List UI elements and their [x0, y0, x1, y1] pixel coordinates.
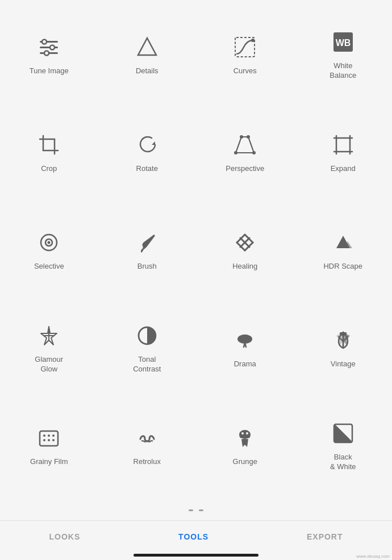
home-indicator-area	[0, 549, 392, 560]
tool-rotate[interactable]: Rotate	[98, 103, 197, 201]
svg-point-33	[48, 241, 51, 244]
svg-point-58	[43, 439, 45, 441]
perspective-icon	[231, 131, 258, 158]
tool-glamour-glow[interactable]: GlamourGlow	[0, 299, 98, 397]
crop-label: Crop	[41, 164, 57, 174]
vintage-icon	[330, 327, 357, 354]
crop-icon	[35, 131, 62, 158]
glamour-glow-icon	[35, 322, 62, 349]
svg-point-21	[247, 135, 250, 139]
svg-point-20	[240, 135, 243, 139]
svg-point-48	[237, 335, 252, 344]
tool-white-balance[interactable]: WB WhiteBalance	[294, 6, 393, 103]
black-white-icon	[330, 420, 357, 447]
black-white-label: Black& White	[330, 453, 356, 472]
rotate-label: Rotate	[136, 164, 158, 174]
hdr-scape-label: HDR Scape	[323, 262, 362, 271]
svg-point-18	[234, 151, 237, 154]
svg-marker-6	[138, 38, 156, 55]
svg-point-61	[241, 432, 244, 434]
svg-text:WB: WB	[335, 38, 351, 48]
tool-drama[interactable]: Drama	[196, 299, 294, 397]
tool-crop[interactable]: Crop	[0, 103, 98, 201]
svg-point-19	[252, 151, 256, 154]
tonal-contrast-label: TonalContrast	[133, 355, 161, 374]
pagination	[0, 500, 392, 520]
tool-healing[interactable]: Healing	[196, 201, 294, 299]
selective-icon	[35, 229, 62, 256]
svg-point-4	[50, 45, 55, 49]
svg-point-3	[42, 39, 47, 44]
dot-2	[199, 509, 203, 511]
tools-grid: Tune Image Details Curves WB WhiteBalanc…	[0, 0, 392, 500]
grainy-film-icon	[35, 424, 62, 452]
tool-tonal-contrast[interactable]: TonalContrast	[98, 299, 197, 397]
retrolux-icon	[134, 424, 161, 452]
tonal-contrast-icon	[134, 322, 161, 349]
svg-point-53	[341, 333, 345, 336]
tool-selective[interactable]: Selective	[0, 201, 98, 299]
healing-label: Healing	[232, 262, 257, 271]
vintage-label: Vintage	[331, 360, 356, 369]
tool-vintage[interactable]: Vintage	[294, 299, 393, 397]
tool-perspective[interactable]: Perspective	[196, 103, 294, 201]
svg-point-5	[44, 51, 49, 55]
svg-point-57	[52, 434, 55, 437]
brush-icon	[134, 229, 161, 256]
svg-rect-15	[43, 139, 55, 151]
bottom-navigation: LOOKS TOOLS EXPORT	[0, 520, 392, 549]
selective-label: Selective	[34, 262, 64, 271]
drama-label: Drama	[234, 360, 256, 369]
curves-icon	[231, 34, 258, 61]
tool-retrolux[interactable]: Retrolux	[98, 397, 197, 495]
svg-rect-54	[40, 431, 58, 446]
tool-grainy-film[interactable]: Grainy Film	[0, 397, 98, 495]
tool-curves[interactable]: Curves	[196, 6, 294, 103]
tune-image-icon	[35, 34, 62, 61]
details-label: Details	[136, 66, 159, 76]
tool-tune-image[interactable]: Tune Image	[0, 6, 98, 103]
tool-hdr-scape[interactable]: HDR Scape	[294, 201, 393, 299]
svg-point-55	[43, 434, 45, 437]
tune-image-label: Tune Image	[30, 66, 69, 76]
expand-label: Expand	[331, 164, 356, 174]
svg-point-8	[251, 39, 255, 42]
nav-export[interactable]: EXPORT	[295, 530, 355, 544]
hdr-scape-icon	[330, 229, 357, 256]
svg-rect-22	[336, 138, 350, 152]
svg-marker-17	[236, 137, 254, 153]
details-icon	[134, 34, 161, 61]
svg-point-62	[246, 432, 248, 434]
svg-point-56	[48, 434, 50, 437]
watermark: www.deuaq.com	[356, 554, 390, 559]
tool-grunge[interactable]: Grunge	[196, 397, 294, 495]
tool-black-white[interactable]: Black& White	[294, 397, 393, 495]
home-bar	[134, 554, 258, 557]
tool-expand[interactable]: Expand	[294, 103, 393, 201]
expand-icon	[330, 131, 357, 158]
dot-1	[189, 509, 193, 511]
retrolux-label: Retrolux	[134, 457, 161, 467]
svg-point-59	[48, 439, 50, 441]
white-balance-icon: WB	[330, 28, 357, 56]
grunge-icon	[231, 424, 258, 452]
curves-label: Curves	[233, 66, 257, 76]
rotate-icon	[134, 131, 161, 158]
tool-details[interactable]: Details	[98, 6, 197, 103]
svg-point-60	[52, 439, 55, 441]
grunge-label: Grunge	[233, 457, 257, 467]
nav-tools[interactable]: TOOLS	[167, 530, 220, 544]
healing-icon	[231, 229, 258, 256]
tool-brush[interactable]: Brush	[98, 201, 197, 299]
drama-icon	[231, 327, 258, 354]
white-balance-label: WhiteBalance	[330, 61, 356, 81]
nav-looks[interactable]: LOOKS	[37, 530, 91, 544]
perspective-label: Perspective	[226, 164, 264, 174]
grainy-film-label: Grainy Film	[30, 457, 68, 467]
svg-marker-16	[152, 141, 155, 145]
glamour-glow-label: GlamourGlow	[35, 355, 63, 374]
brush-label: Brush	[137, 262, 157, 271]
